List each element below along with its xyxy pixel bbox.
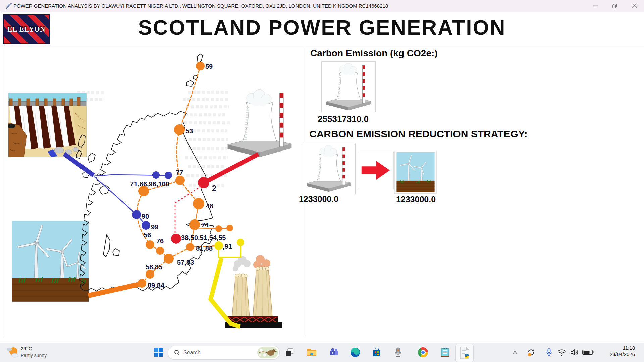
teams-button[interactable]: T	[327, 345, 341, 359]
search-label: Search	[183, 350, 257, 356]
edge-button[interactable]	[348, 345, 362, 359]
store-button[interactable]	[370, 345, 384, 359]
partly-sunny-icon	[5, 345, 19, 359]
map-node-label: 2	[212, 184, 216, 193]
map-node-label: 71,86,96,100	[130, 180, 169, 188]
microphone-app-icon	[394, 347, 402, 357]
map-node-label: 81,88	[196, 245, 213, 252]
close-button[interactable]	[625, 0, 644, 12]
strategy-before-image-box	[302, 143, 356, 194]
wind-feed-line	[88, 284, 142, 296]
emission-plant-image-box	[321, 61, 376, 112]
map-node-label: 90	[142, 213, 149, 220]
file-explorer-button[interactable]	[305, 345, 319, 359]
cooling-tower-icon	[304, 144, 353, 193]
search-box[interactable]: Search	[168, 346, 280, 360]
map-node-label: 57,83	[177, 259, 194, 266]
task-view-icon	[285, 348, 294, 357]
weather-temperature: 29°C	[21, 345, 47, 352]
tray-time: 11:18	[610, 345, 635, 351]
weather-description: Partly sunny	[21, 352, 47, 359]
chrome-button[interactable]	[416, 345, 430, 359]
strategy-before-value: 1233000.0	[288, 194, 349, 204]
map-node-label: 89,84	[148, 282, 165, 289]
map-node-label: 56	[144, 231, 151, 239]
restore-button[interactable]	[605, 0, 625, 12]
map-node-label: 99	[151, 223, 158, 231]
minimize-button[interactable]	[586, 0, 605, 12]
wifi-icon	[557, 349, 566, 356]
cooling-tower-icon	[324, 62, 373, 112]
map-node-label: 74	[201, 221, 209, 229]
weather-text[interactable]: 29°C Partly sunny	[21, 345, 47, 359]
map-node-label: 58,85	[146, 263, 162, 271]
strategy-arrow-box	[358, 152, 394, 189]
teams-icon: T	[329, 348, 338, 357]
app-feather-icon	[5, 2, 13, 10]
minimize-icon	[593, 4, 598, 8]
wind-turbines-icon	[395, 152, 436, 192]
strategy-after-image-box	[394, 151, 437, 194]
search-icon	[174, 350, 180, 356]
clock[interactable]: 11:18 23/04/2026	[610, 345, 635, 357]
folder-icon	[307, 348, 317, 357]
close-icon	[632, 4, 637, 8]
window-title: POWER GENERATION ANALYSIS BY OLAWUYI RAC…	[13, 3, 388, 9]
chrome-icon	[418, 347, 428, 357]
store-icon	[372, 348, 381, 357]
page-title: SCOTLAND POWER GENERATION	[138, 15, 506, 39]
speaker-icon	[570, 349, 579, 356]
map-node-label: 77	[176, 169, 183, 176]
chevron-up-icon	[513, 351, 517, 354]
map-node-label: 59	[205, 63, 213, 70]
map-node-label: ,91	[223, 243, 232, 250]
red-arrow-icon	[360, 158, 391, 182]
reduction-strategy-heading: CARBON EMISSION REDUCTION STRATEGY:	[309, 128, 528, 140]
carbon-emission-value: 255317310.0	[313, 114, 373, 124]
map-node-label: 76	[156, 237, 164, 245]
search-highlight-bird-image	[257, 347, 278, 358]
edge-icon	[350, 347, 360, 357]
nuclear-feed-line	[204, 154, 258, 183]
strategy-after-value: 1233000.0	[386, 195, 446, 204]
map-node-label: 53	[185, 127, 193, 135]
notepad-button[interactable]	[438, 345, 452, 359]
logo-text: EL ELYON	[8, 25, 46, 34]
tray-microphone-icon	[546, 348, 552, 356]
map-node-label: 38,50,51,54,55	[181, 234, 226, 241]
update-sync-button[interactable]	[524, 345, 538, 359]
svg-text:T: T	[331, 351, 333, 355]
tray-date: 23/04/2026	[610, 351, 635, 357]
window-titlebar: POWER GENERATION ANALYSIS BY OLAWUYI RAC…	[0, 0, 644, 12]
windows-logo-icon	[154, 348, 163, 357]
sync-arrows-icon	[526, 348, 536, 357]
weather-widget[interactable]	[5, 345, 19, 361]
network-nodes	[132, 62, 244, 288]
tray-microphone-button[interactable]	[542, 345, 556, 359]
battery-icon	[582, 349, 594, 355]
tray-overflow-button[interactable]	[509, 345, 521, 359]
hydro-feed-line	[64, 154, 94, 175]
start-button[interactable]	[152, 345, 166, 359]
company-logo: EL ELYON	[2, 13, 51, 45]
carbon-emission-heading: Carbon Emission (kg CO2e:)	[310, 48, 438, 59]
active-python-app-button[interactable]	[455, 344, 474, 362]
power-network-map: 59 53 77 71,86,96,100 2 48 90 99 74 56 7…	[0, 0, 309, 339]
volume-button[interactable]	[568, 345, 582, 359]
notepad-icon	[441, 347, 449, 357]
coal-feed-line	[211, 258, 240, 327]
task-view-button[interactable]	[282, 345, 297, 359]
python-file-icon	[459, 347, 470, 359]
map-node-label: 48	[206, 202, 213, 210]
voice-recorder-button[interactable]	[391, 345, 405, 359]
wifi-button[interactable]	[555, 345, 569, 359]
restore-icon	[612, 4, 617, 8]
battery-button[interactable]	[581, 345, 595, 359]
